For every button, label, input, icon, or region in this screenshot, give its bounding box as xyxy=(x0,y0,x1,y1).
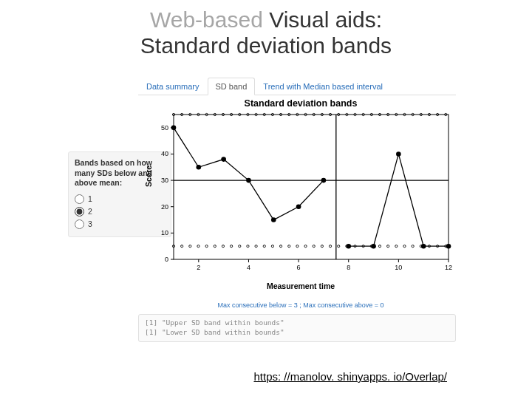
chart-title: Standard deviation bands xyxy=(146,98,456,109)
svg-point-77 xyxy=(321,245,323,248)
svg-point-68 xyxy=(247,245,249,248)
svg-point-105 xyxy=(421,244,426,249)
svg-point-84 xyxy=(378,245,381,248)
title-accent: Web-based xyxy=(150,7,263,32)
svg-point-63 xyxy=(205,245,208,248)
svg-point-73 xyxy=(288,245,290,248)
svg-point-102 xyxy=(346,244,351,249)
svg-point-62 xyxy=(197,245,200,248)
svg-point-75 xyxy=(304,245,307,248)
svg-point-79 xyxy=(338,245,340,248)
svg-point-88 xyxy=(412,245,414,248)
svg-point-65 xyxy=(222,245,224,248)
svg-point-99 xyxy=(271,217,276,222)
svg-point-106 xyxy=(446,244,451,249)
svg-point-100 xyxy=(296,204,301,209)
x-axis-title: Measurement time xyxy=(146,282,456,290)
svg-text:10: 10 xyxy=(161,229,168,236)
svg-text:12: 12 xyxy=(445,264,452,271)
svg-point-97 xyxy=(221,157,226,162)
svg-text:8: 8 xyxy=(347,264,350,271)
console-output: [1] "Upper SD band within bounds" [1] "L… xyxy=(138,314,456,342)
svg-text:4: 4 xyxy=(247,264,250,271)
svg-point-72 xyxy=(279,245,282,248)
svg-text:20: 20 xyxy=(161,203,168,211)
svg-text:6: 6 xyxy=(297,264,301,271)
svg-point-87 xyxy=(403,245,406,248)
svg-point-86 xyxy=(395,245,398,248)
svg-point-71 xyxy=(271,245,273,248)
svg-point-66 xyxy=(231,245,233,248)
chart-wrap: Standard deviation bands Score 010203040… xyxy=(146,98,456,308)
chart-caption: Max consecutive below = 3 ; Max consecut… xyxy=(146,301,456,309)
tab-data-summary[interactable]: Data summary xyxy=(138,78,208,95)
svg-point-101 xyxy=(321,178,327,183)
svg-text:30: 30 xyxy=(161,177,168,184)
svg-point-104 xyxy=(396,151,401,157)
tabs: Data summary SD band Trend with Median b… xyxy=(138,78,467,95)
svg-point-70 xyxy=(263,245,265,248)
svg-text:2: 2 xyxy=(197,264,200,271)
sd-radio-2-text: 2 xyxy=(88,207,92,216)
tab-sd-band[interactable]: SD band xyxy=(208,78,256,95)
footer-link[interactable]: https: //manolov. shinyapps. io/Overlap/ xyxy=(253,370,447,383)
svg-point-95 xyxy=(171,126,177,131)
svg-point-74 xyxy=(296,245,299,248)
title-line2: Standard deviation bands xyxy=(140,33,392,58)
svg-text:10: 10 xyxy=(395,264,402,271)
console-line-1: [1] "Upper SD band within bounds" xyxy=(145,318,284,327)
svg-point-98 xyxy=(246,178,251,183)
svg-point-76 xyxy=(313,245,315,248)
svg-point-67 xyxy=(239,245,241,248)
svg-point-78 xyxy=(329,245,331,248)
y-axis-title: Score xyxy=(144,166,153,187)
svg-text:0: 0 xyxy=(165,256,168,263)
svg-point-85 xyxy=(387,245,389,248)
sd-radio-3-input[interactable] xyxy=(75,219,84,229)
svg-text:40: 40 xyxy=(161,150,168,157)
svg-point-64 xyxy=(214,245,216,248)
sd-radio-1-input[interactable] xyxy=(75,194,84,204)
console-line-2: [1] "Lower SD band within bounds" xyxy=(145,328,284,336)
svg-text:50: 50 xyxy=(161,124,168,132)
svg-point-103 xyxy=(371,244,376,249)
svg-point-69 xyxy=(255,245,257,248)
app-frame: Data summary SD band Trend with Median b… xyxy=(68,78,467,344)
svg-point-60 xyxy=(181,245,183,248)
svg-point-96 xyxy=(197,165,202,170)
title-rest: Visual aids: xyxy=(263,7,382,32)
sd-band-chart: 0102030405024681012 xyxy=(146,110,456,280)
sd-radio-1-text: 1 xyxy=(88,194,92,203)
tab-trend-median[interactable]: Trend with Median based interval xyxy=(255,78,391,95)
sd-radio-2-input[interactable] xyxy=(75,207,84,216)
svg-point-61 xyxy=(189,245,191,248)
slide-title: Web-based Visual aids: Standard deviatio… xyxy=(0,7,532,58)
sd-radio-3-text: 3 xyxy=(88,219,92,228)
